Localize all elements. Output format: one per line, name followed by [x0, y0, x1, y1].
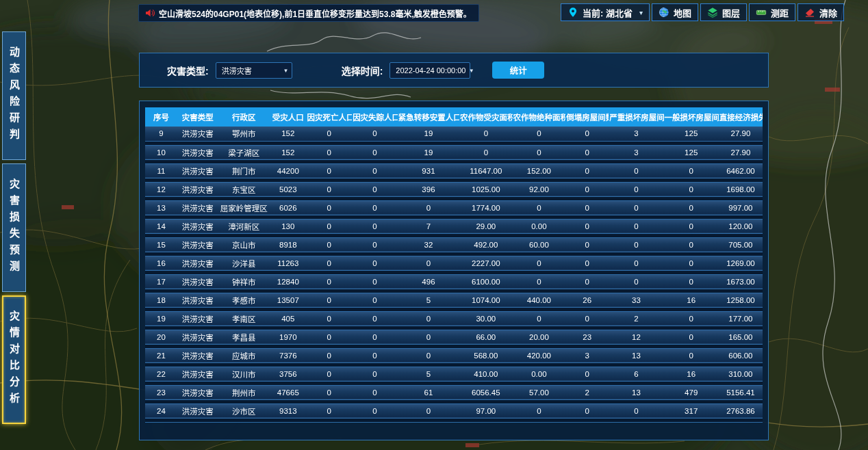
table-cell: 26	[565, 293, 609, 307]
sidebar-item-dynamic-risk[interactable]: 动态风险研判	[2, 31, 26, 160]
table-cell: 洪涝灾害	[177, 385, 218, 399]
table-cell: 0	[306, 403, 352, 418]
table-row[interactable]: 19洪涝灾害孝南区40500030.000020177.00	[145, 311, 763, 326]
table-cell: 606.00	[719, 348, 763, 362]
table-row[interactable]: 9洪涝灾害鄂州市1520019000312527.90	[145, 127, 763, 141]
table-row[interactable]: 16洪涝灾害沙洋县112630002227.0000001269.00	[145, 256, 763, 270]
table-cell: 0	[513, 145, 566, 159]
table-row[interactable]: 18洪涝灾害孝感市135070051074.00440.002633161258…	[145, 293, 763, 307]
table-row[interactable]: 22洪涝灾害汉川市3756005410.000.000616310.00	[145, 367, 763, 381]
statistics-button[interactable]: 统计	[492, 62, 544, 79]
table-cell: 洪涝灾害	[177, 311, 218, 326]
table-cell: 0.00	[513, 219, 566, 233]
table-cell: 0	[306, 256, 352, 270]
table-cell: 23	[145, 385, 177, 399]
table-cell: 19	[145, 311, 177, 326]
table-cell: 1673.00	[719, 274, 763, 289]
table-cell: 6462.00	[719, 163, 763, 178]
table-cell: 14	[145, 219, 177, 233]
table-cell: 0	[565, 237, 609, 252]
table-cell: 20.00	[513, 330, 566, 344]
table-row[interactable]: 21洪涝灾害应城市7376000568.00420.003130606.00	[145, 348, 763, 362]
sidebar-item-disaster-comparison[interactable]: 灾情对比分析	[2, 295, 26, 424]
table-row[interactable]: 23洪涝灾害荆州市4766500616056.4557.002134795156…	[145, 385, 763, 399]
globe-icon	[659, 7, 669, 18]
table-cell: 0	[664, 200, 719, 215]
table-row[interactable]: 24洪涝灾害沙市区931300097.000003172763.86	[145, 403, 763, 418]
column-header: 紧急转移安置人口	[398, 107, 459, 127]
table-cell: 16	[664, 293, 719, 307]
table-cell: 0	[306, 293, 352, 307]
table-cell: 0	[513, 311, 566, 326]
table-cell: 6056.45	[459, 385, 513, 399]
table-row[interactable]: 15洪涝灾害京山市89180032492.0060.00000705.00	[145, 237, 763, 252]
disaster-type-select[interactable]: 洪涝灾害 ▾	[216, 62, 292, 79]
table-cell: 931	[398, 163, 459, 178]
table-cell: 479	[664, 385, 719, 399]
map-type-button[interactable]: 地图	[652, 3, 698, 21]
table-cell: 孝感市	[218, 293, 270, 307]
table-cell: 洪涝灾害	[177, 367, 218, 381]
table-cell: 12	[609, 330, 663, 344]
table-cell: 0	[306, 274, 352, 289]
table-cell: 0	[352, 330, 398, 344]
table-cell: 沙市区	[218, 403, 270, 418]
layers-button[interactable]: 图层	[700, 3, 747, 21]
table-row[interactable]: 13洪涝灾害屈家岭管理区60260001774.000000997.00	[145, 200, 763, 215]
table-cell: 0	[306, 145, 352, 159]
table-cell: 20	[145, 330, 177, 344]
table-cell: 0	[306, 237, 352, 252]
table-cell: 0	[609, 237, 663, 252]
measure-button[interactable]: 测距	[749, 3, 795, 21]
table-cell: 0	[306, 200, 352, 215]
table-cell: 440.00	[513, 293, 566, 307]
column-header: 直接经济损失	[719, 107, 763, 127]
table-cell: 44200	[270, 163, 306, 178]
table-cell: 京山市	[218, 237, 270, 252]
table-cell: 0	[306, 127, 352, 141]
table-cell: 0	[565, 367, 609, 381]
chevron-down-icon: ▾	[284, 67, 288, 74]
sidebar-item-loss-prediction[interactable]: 灾害损失预测	[2, 163, 26, 292]
table-row[interactable]: 10洪涝灾害梁子湖区1520019000312527.90	[145, 145, 763, 159]
table-cell: 5	[398, 367, 459, 381]
table-cell: 165.00	[719, 330, 763, 344]
region-selector[interactable]: 当前: 湖北省 ▾	[561, 3, 650, 21]
table-cell: 152	[270, 145, 306, 159]
table-cell: 97.00	[459, 403, 513, 418]
clear-button[interactable]: 清除	[797, 3, 844, 21]
table-cell: 0	[398, 200, 459, 215]
column-header: 农作物受灾面积	[459, 107, 513, 127]
table-row[interactable]: 14洪涝灾害漳河新区13000729.000.00000120.00	[145, 219, 763, 233]
table-cell: 洪涝灾害	[177, 219, 218, 233]
table-cell: 洪涝灾害	[177, 348, 218, 362]
table-cell: 60.00	[513, 237, 566, 252]
location-pin-icon	[567, 7, 578, 18]
table-cell: 0	[352, 237, 398, 252]
table-cell: 317	[664, 403, 719, 418]
table-row[interactable]: 17洪涝灾害钟祥市12840004966100.0000001673.00	[145, 274, 763, 289]
map-toolbar: 当前: 湖北省 ▾ 地图 图层 测距 清除	[561, 3, 844, 21]
table-cell: 0	[352, 219, 398, 233]
table-cell: 0	[513, 256, 566, 270]
table-cell: 16	[145, 256, 177, 270]
table-body: 9洪涝灾害鄂州市1520019000312527.9010洪涝灾害梁子湖区152…	[145, 127, 763, 422]
table-cell: 405	[270, 311, 306, 326]
table-row[interactable]: 11洪涝灾害荆门市442000093111647.00152.000006462…	[145, 163, 763, 178]
speaker-icon	[144, 8, 155, 18]
table-cell: 3	[609, 127, 663, 141]
table-cell: 130	[270, 219, 306, 233]
sidebar: 动态风险研判 灾害损失预测 灾情对比分析	[2, 31, 26, 424]
disaster-type-value: 洪涝灾害	[222, 65, 252, 76]
table-row[interactable]: 12洪涝灾害东宝区5023003961025.0092.000001698.00	[145, 182, 763, 196]
table-cell: 66.00	[459, 330, 513, 344]
disaster-table-panel: 序号灾害类型行政区受灾人口因灾死亡人口因灾失踪人口紧急转移安置人口农作物受灾面积…	[139, 101, 769, 440]
table-cell: 0	[565, 163, 609, 178]
table-cell: 568.00	[459, 348, 513, 362]
eraser-icon	[804, 7, 815, 18]
time-select[interactable]: 2022-04-24 00:00:00 ▾	[390, 62, 470, 79]
table-cell: 125	[664, 127, 719, 141]
table-row[interactable]: 20洪涝灾害孝昌县197000066.0020.0023120165.00	[145, 330, 763, 344]
table-cell: 152.00	[513, 163, 566, 178]
table-cell: 0	[513, 127, 566, 141]
